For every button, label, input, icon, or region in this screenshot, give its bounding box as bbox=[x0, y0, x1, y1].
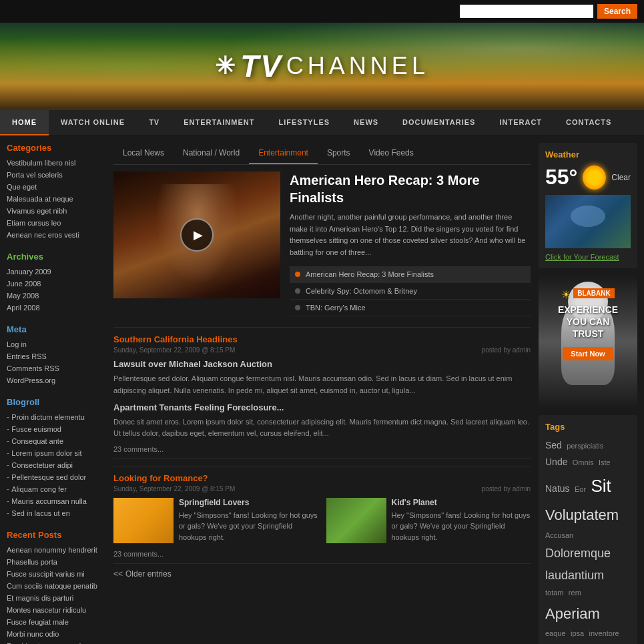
blogroll-link[interactable]: Mauris accumsan nulla bbox=[11, 497, 87, 505]
two-col-item-springfield: Springfield Lovers Hey "Simpsons" fans! … bbox=[113, 498, 318, 543]
play-button[interactable] bbox=[180, 218, 214, 252]
meta-link[interactable]: Comments RSS bbox=[7, 364, 59, 372]
header-channel: CHANNEL bbox=[286, 52, 429, 80]
category-link[interactable]: Porta vel sceleris bbox=[7, 171, 63, 179]
older-entries-link[interactable]: Older entries bbox=[125, 569, 172, 579]
tab-video-feeds[interactable]: Video Feeds bbox=[360, 143, 423, 164]
tag[interactable]: Sed bbox=[545, 440, 562, 450]
nav-link-entertainment[interactable]: ENTERTAINMENT bbox=[172, 110, 266, 134]
nav-link-contacts[interactable]: CONTACTS bbox=[554, 110, 623, 134]
tag[interactable]: laudantium bbox=[545, 569, 604, 582]
nav-link-documentaries[interactable]: DOCUMENTARIES bbox=[390, 110, 487, 134]
recent-post-link[interactable]: Fusce feugiat male bbox=[7, 618, 69, 626]
tag[interactable]: Voluptatem bbox=[545, 507, 619, 523]
archive-link[interactable]: January 2009 bbox=[7, 268, 51, 276]
tag[interactable]: Eor bbox=[575, 485, 586, 493]
recent-post-link[interactable]: Phasellus porta bbox=[7, 558, 57, 566]
tag[interactable]: Omnis bbox=[573, 458, 594, 466]
tab-national-world[interactable]: National / World bbox=[174, 143, 249, 164]
tag[interactable]: Accusan bbox=[545, 531, 573, 539]
list-item: Proin dictum elementu bbox=[7, 411, 105, 423]
recent-post-link[interactable]: Cum sociis natoque penatib bbox=[7, 582, 97, 590]
list-item[interactable]: TBN: Gerry's Mice bbox=[290, 300, 531, 316]
nav-link-tv[interactable]: TV bbox=[137, 110, 172, 134]
list-item[interactable]: Celebrity Spy: Octomom & Britney bbox=[290, 283, 531, 300]
tab-local-news[interactable]: Local News bbox=[113, 143, 174, 164]
tag[interactable]: Natus bbox=[545, 483, 570, 494]
nav-item-watch[interactable]: WATCH ONLINE bbox=[49, 110, 137, 135]
search-input[interactable] bbox=[460, 5, 593, 18]
blogroll-link[interactable]: Consequat ante bbox=[11, 437, 63, 445]
weather-temp: 55° Clear bbox=[545, 165, 631, 190]
nav-item-documentaries[interactable]: DOCUMENTARIES bbox=[390, 110, 487, 135]
ad-tagline: EXPERIENCE YOU CAN TRUST bbox=[545, 304, 631, 340]
tag[interactable]: perspiciatis bbox=[567, 442, 603, 450]
nav-link-news[interactable]: NEWS bbox=[342, 110, 390, 134]
nav-link-lifestyles[interactable]: LIFESTYLES bbox=[266, 110, 342, 134]
archive-link[interactable]: May 2008 bbox=[7, 292, 39, 300]
blogroll-link[interactable]: Pellentesque sed dolor bbox=[11, 473, 86, 481]
article-title-link[interactable]: Lawsuit over Michael Jackson Auction bbox=[113, 359, 272, 369]
ad-cta-button[interactable]: Start Now bbox=[563, 347, 613, 360]
list-item: Montes nascetur ridiculu bbox=[7, 604, 105, 616]
recent-post-link[interactable]: Et magnis dis parturi bbox=[7, 594, 73, 602]
archive-link[interactable]: June 2008 bbox=[7, 280, 41, 288]
blogroll-link[interactable]: Lorem ipsum dolor sit bbox=[11, 449, 81, 457]
blogroll-section: Blogroll Proin dictum elementu Fusce eui… bbox=[7, 397, 105, 519]
comments-link[interactable]: 23 comments... bbox=[113, 550, 531, 564]
category-link[interactable]: Que eget bbox=[7, 183, 37, 191]
category-link[interactable]: Etiam cursus leo bbox=[7, 219, 61, 227]
nav-link-interact[interactable]: INTERACT bbox=[487, 110, 554, 134]
tag[interactable]: totam bbox=[545, 589, 564, 597]
tag[interactable]: inventore bbox=[589, 629, 619, 637]
blogroll-link[interactable]: Consectetuer adipi bbox=[11, 461, 73, 469]
tag[interactable]: rem bbox=[569, 589, 581, 597]
list-item: January 2009 bbox=[7, 266, 105, 278]
nav-item-tv[interactable]: TV bbox=[137, 110, 172, 135]
meta-section: Meta Log in Entries RSS Comments RSS Wor… bbox=[7, 324, 105, 386]
thumbnail-springfield bbox=[113, 498, 174, 543]
recent-post-link[interactable]: Fusce suscipit varius mi bbox=[7, 570, 85, 578]
recent-post-link[interactable]: Aenean nonummy hendrerit bbox=[7, 546, 97, 554]
list-item: Mauris accumsan nulla bbox=[7, 495, 105, 507]
tag[interactable]: Iste bbox=[599, 458, 611, 466]
category-link[interactable]: Vestibulum libero nisl bbox=[7, 159, 75, 167]
tab-entertainment[interactable]: Entertainment bbox=[249, 143, 318, 164]
nav-item-contacts[interactable]: CONTACTS bbox=[554, 110, 623, 135]
category-link[interactable]: Aenean nec eros vesti bbox=[7, 231, 79, 239]
tag[interactable]: eaque bbox=[545, 629, 566, 637]
archive-link[interactable]: April 2008 bbox=[7, 304, 40, 312]
blogroll-link[interactable]: Aliquam cong fer bbox=[11, 485, 67, 493]
comments-link[interactable]: 23 comments... bbox=[113, 445, 531, 459]
tag[interactable]: Doloremque bbox=[545, 547, 611, 560]
recent-post-link[interactable]: Montes nascetur ridiculu bbox=[7, 606, 86, 614]
category-link[interactable]: Vivamus eget nibh bbox=[7, 207, 67, 215]
nav-item-lifestyles[interactable]: LIFESTYLES bbox=[266, 110, 342, 135]
article-title-link[interactable]: Apartment Tenants Feeling Foreclosure... bbox=[113, 402, 284, 412]
nav-item-interact[interactable]: INTERACT bbox=[487, 110, 554, 135]
featured-title: American Hero Recap: 3 More Finalists bbox=[290, 172, 531, 206]
meta-link[interactable]: WordPress.org bbox=[7, 376, 55, 384]
category-link[interactable]: Malesuada at neque bbox=[7, 195, 73, 203]
meta-link[interactable]: Log in bbox=[7, 340, 27, 348]
search-button[interactable]: Search bbox=[597, 4, 637, 19]
blogroll-link[interactable]: Fusce euismod bbox=[11, 425, 61, 433]
nav-item-entertainment[interactable]: ENTERTAINMENT bbox=[172, 110, 266, 135]
blogroll-link[interactable]: Sed in lacus ut en bbox=[11, 509, 69, 517]
list-item[interactable]: American Hero Recap: 3 More Finalists bbox=[290, 266, 531, 283]
ad-brand: BLABANK bbox=[573, 288, 614, 298]
forecast-link[interactable]: Click for Your Forecast bbox=[545, 253, 619, 261]
meta-link[interactable]: Entries RSS bbox=[7, 352, 47, 360]
nav-item-home[interactable]: HOME bbox=[0, 110, 49, 135]
nav-link-home[interactable]: HOME bbox=[0, 110, 49, 135]
bullet-icon bbox=[295, 272, 300, 277]
tag[interactable]: Sit bbox=[591, 476, 611, 496]
tag[interactable]: Aperiam bbox=[545, 605, 600, 622]
blogroll-link[interactable]: Proin dictum elementu bbox=[11, 413, 84, 421]
recent-post-link[interactable]: Morbi nunc odio bbox=[7, 630, 59, 638]
nav-item-news[interactable]: NEWS bbox=[342, 110, 390, 135]
tag[interactable]: Unde bbox=[545, 456, 567, 467]
tag[interactable]: ipsa bbox=[571, 629, 584, 637]
tab-sports[interactable]: Sports bbox=[318, 143, 360, 164]
nav-link-watch[interactable]: WATCH ONLINE bbox=[49, 110, 137, 134]
